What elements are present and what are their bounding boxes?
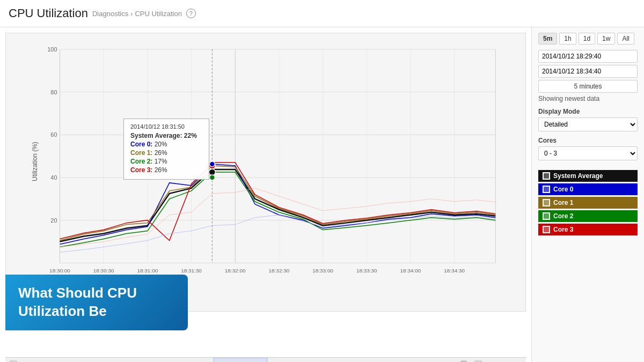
chart-area: 100 80 60 40 20 Utilization (%) bbox=[0, 27, 531, 362]
svg-text:18:34:00: 18:34:00 bbox=[400, 268, 421, 274]
cpu-chart: 100 80 60 40 20 Utilization (%) bbox=[5, 33, 526, 312]
svg-text:18:34:30: 18:34:30 bbox=[444, 268, 465, 274]
page-header: CPU Utilization Diagnostics › CPU Utiliz… bbox=[0, 0, 644, 27]
end-date-input[interactable] bbox=[538, 65, 638, 78]
time-btn-1w[interactable]: 1w bbox=[597, 33, 615, 45]
svg-text:18:33:00: 18:33:00 bbox=[312, 268, 333, 274]
svg-text:20: 20 bbox=[50, 217, 57, 224]
chart-legend: System AverageCore 0Core 1Core 2Core 3 bbox=[538, 170, 638, 235]
svg-point-36 bbox=[209, 175, 215, 180]
legend-checkbox[interactable] bbox=[543, 226, 550, 233]
start-date-input[interactable] bbox=[538, 50, 638, 63]
time-btn-all[interactable]: All bbox=[617, 33, 634, 45]
legend-label: System Average bbox=[553, 172, 603, 180]
svg-text:Utilization (%): Utilization (%) bbox=[31, 142, 39, 181]
time-range-buttons: 5m 1h 1d 1w All bbox=[538, 33, 638, 45]
time-btn-1h[interactable]: 1h bbox=[559, 33, 576, 45]
svg-text:18:32:00: 18:32:00 bbox=[225, 268, 246, 274]
legend-item[interactable]: Core 2 bbox=[538, 210, 638, 222]
time-btn-5m[interactable]: 5m bbox=[538, 33, 557, 45]
svg-text:18:30:00: 18:30:00 bbox=[49, 268, 70, 274]
display-mode-label: Display Mode bbox=[538, 108, 638, 115]
svg-text:60: 60 bbox=[50, 131, 57, 138]
legend-label: Core 2 bbox=[553, 212, 573, 220]
svg-text:18:31:00: 18:31:00 bbox=[137, 268, 158, 274]
svg-text:18:31:30: 18:31:30 bbox=[181, 268, 202, 274]
breadcrumb: Diagnostics › CPU Utilization bbox=[92, 10, 182, 18]
svg-point-35 bbox=[209, 169, 215, 175]
breadcrumb-current: CPU Utilization bbox=[135, 10, 181, 18]
mini-chart-svg: ◀ ▶ 09/15 09/22 09/29 10/06 bbox=[10, 358, 482, 363]
legend-checkbox[interactable] bbox=[543, 172, 550, 180]
showing-newest-label: Showing newest data bbox=[538, 95, 638, 102]
svg-text:18:33:30: 18:33:30 bbox=[356, 268, 377, 274]
legend-label: Core 3 bbox=[553, 226, 573, 233]
legend-item[interactable]: Core 0 bbox=[538, 183, 638, 195]
cores-label: Cores bbox=[538, 137, 638, 144]
help-icon[interactable]: ? bbox=[186, 9, 196, 18]
svg-point-37 bbox=[209, 161, 215, 167]
svg-text:18:30:30: 18:30:30 bbox=[93, 268, 114, 274]
mini-chart[interactable]: ◀ ▶ 09/15 09/22 09/29 10/06 bbox=[5, 357, 526, 362]
legend-checkbox[interactable] bbox=[543, 199, 550, 206]
legend-checkbox[interactable] bbox=[543, 186, 550, 193]
display-mode-select[interactable]: Detailed Summary bbox=[538, 117, 638, 131]
svg-rect-38 bbox=[214, 358, 267, 363]
breadcrumb-parent: Diagnostics bbox=[92, 10, 128, 18]
sidebar: 5m 1h 1d 1w All 5 minutes Showing newest… bbox=[531, 27, 644, 362]
duration-display: 5 minutes bbox=[538, 80, 638, 93]
page-title: CPU Utilization bbox=[9, 6, 88, 20]
svg-text:18:32:30: 18:32:30 bbox=[269, 268, 290, 274]
breadcrumb-sep: › bbox=[130, 10, 133, 18]
banner-text: What Should CPU Utilization Be bbox=[18, 284, 175, 321]
chart-container: 100 80 60 40 20 Utilization (%) bbox=[5, 33, 526, 357]
legend-checkbox[interactable] bbox=[543, 212, 550, 220]
cores-select[interactable]: 0 - 3 0 - 1 2 - 3 bbox=[538, 146, 638, 160]
main-content: 100 80 60 40 20 Utilization (%) bbox=[0, 27, 644, 362]
legend-item[interactable]: Core 1 bbox=[538, 197, 638, 209]
legend-label: Core 0 bbox=[553, 186, 573, 193]
legend-item[interactable]: System Average bbox=[538, 170, 638, 182]
svg-text:100: 100 bbox=[47, 46, 57, 53]
svg-text:80: 80 bbox=[50, 89, 57, 95]
svg-text:40: 40 bbox=[50, 174, 57, 181]
time-btn-1d[interactable]: 1d bbox=[579, 33, 595, 45]
legend-label: Core 1 bbox=[553, 199, 573, 206]
promo-banner: What Should CPU Utilization Be bbox=[5, 275, 188, 330]
legend-item[interactable]: Core 3 bbox=[538, 224, 638, 235]
